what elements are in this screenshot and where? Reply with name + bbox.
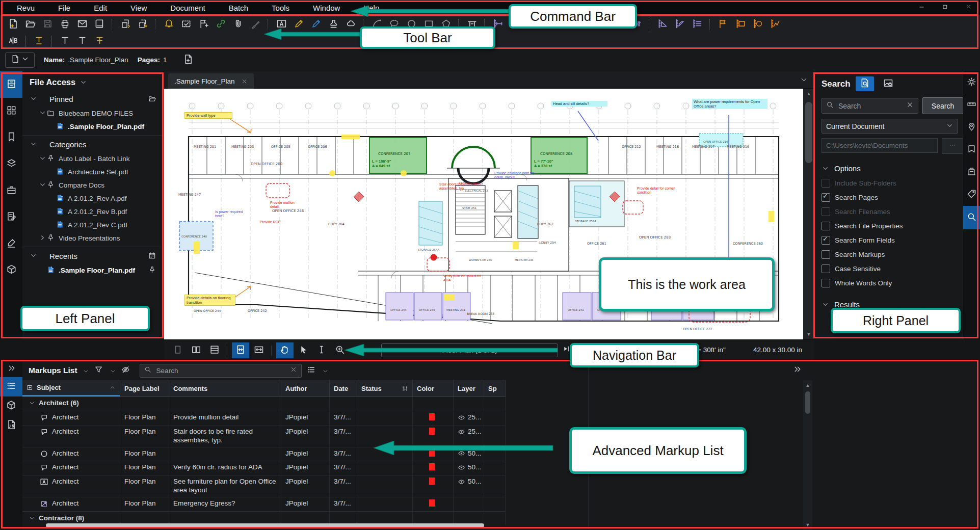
search-scope-dropdown[interactable]: Current Document [822, 119, 958, 134]
visual-search-tab[interactable] [879, 76, 897, 91]
panel-tab-button[interactable] [0, 124, 22, 151]
search-option-checkbox[interactable]: Search Form Fields [822, 233, 963, 247]
toolbar-button[interactable] [5, 34, 20, 48]
file-tree-item[interactable]: Recents [22, 247, 164, 263]
search-option-checkbox[interactable]: Search Markups [822, 247, 963, 261]
panel-tab-button[interactable] [0, 151, 22, 177]
toolbar-button[interactable] [22, 17, 38, 32]
toolbar-button[interactable] [161, 17, 176, 32]
toolbar-button[interactable] [178, 17, 194, 32]
toolbar-button[interactable] [51, 36, 52, 47]
search-input[interactable] [822, 98, 918, 114]
nav-tool-button[interactable] [250, 342, 268, 358]
markups-horizontal-scrollbar[interactable] [46, 523, 484, 527]
toolbar-button[interactable] [92, 34, 107, 48]
menu-item[interactable]: View [119, 0, 158, 15]
scroll-down-icon[interactable]: ▼ [803, 329, 814, 339]
panel-title[interactable]: File Access [22, 71, 164, 91]
file-tree-item[interactable]: .Sample Floor_Plan.pdf [22, 120, 164, 133]
toolbar-button[interactable] [25, 36, 27, 47]
menu-item[interactable]: Batch [217, 0, 260, 15]
column-layer[interactable]: Layer [454, 380, 484, 396]
markup-row[interactable]: Architect (6) [22, 396, 506, 411]
column-comments[interactable]: Comments [169, 380, 281, 396]
markup-row[interactable]: Architect Floor Plan Verify 60in clr. ra… [22, 461, 506, 475]
nav-tool-button[interactable] [206, 342, 223, 358]
scroll-up-icon[interactable]: ▲ [803, 89, 814, 99]
panel-tab-button[interactable] [0, 396, 22, 416]
toolbar-button[interactable] [230, 17, 246, 32]
column-color[interactable]: Color [413, 380, 454, 396]
file-tree-item[interactable]: A 2.01.2_Rev C.pdf [22, 218, 164, 231]
search-option-checkbox[interactable]: Include Sub-Folders [822, 176, 963, 190]
filter-icon[interactable] [94, 365, 104, 376]
nav-tool-button[interactable] [188, 342, 205, 358]
file-tree-item[interactable]: Architecture Set.pdf [22, 165, 164, 178]
file-tree-item[interactable]: Categories [22, 135, 164, 152]
toolbar-button[interactable] [750, 17, 765, 32]
panel-tab-button[interactable] [0, 177, 22, 204]
text-search-tab[interactable] [856, 76, 874, 91]
toolbar-button[interactable] [655, 17, 670, 32]
close-icon[interactable] [957, 0, 980, 15]
column-author[interactable]: Author [281, 380, 330, 396]
panel-tab-button[interactable] [0, 98, 22, 124]
panel-tab-button[interactable] [0, 230, 22, 257]
search-option-checkbox[interactable]: Search Pages [822, 190, 963, 204]
work-area-scrollbar[interactable]: ▲ ▼ [803, 89, 814, 339]
file-tree-item[interactable]: A 2.01.2_Rev B.pdf [22, 205, 164, 218]
panel-tab-button[interactable] [963, 161, 980, 183]
file-tree-item[interactable]: Video Presentations [22, 231, 164, 245]
toolbar-button[interactable] [155, 19, 156, 30]
markup-row[interactable]: Architect Floor Plan Emergency Egress? J… [22, 497, 506, 512]
file-tree-item[interactable]: Pinned [22, 91, 164, 107]
toolbar-button[interactable] [57, 34, 72, 48]
page-setup-button[interactable] [180, 52, 196, 68]
menu-item[interactable]: Edit [82, 0, 119, 15]
column-date[interactable]: Date [330, 380, 357, 396]
options-section-header[interactable]: Options [822, 164, 963, 173]
panel-tab-button[interactable] [0, 416, 22, 435]
menu-item[interactable]: Tools [260, 0, 301, 15]
panel-tab-button[interactable] [963, 206, 980, 229]
panel-tab-button[interactable] [963, 183, 980, 206]
toolbar-button[interactable] [248, 17, 263, 32]
nav-tool-button[interactable] [232, 342, 249, 358]
panel-tab-button[interactable] [963, 139, 980, 161]
nav-tool-button[interactable] [169, 342, 187, 358]
markup-row[interactable]: Architect Floor Plan Provide mullion det… [22, 411, 506, 426]
clear-search-icon[interactable] [906, 101, 914, 111]
toolbar-button[interactable] [716, 17, 731, 32]
markups-search-input[interactable] [140, 364, 302, 378]
maximize-icon[interactable] [933, 0, 957, 15]
collapse-panel-icon[interactable] [0, 361, 22, 377]
panel-tab-button[interactable] [0, 257, 22, 283]
column-page-label[interactable]: Page Label [120, 380, 169, 396]
toolbar-button[interactable] [196, 17, 211, 32]
tab-close-icon[interactable] [241, 78, 248, 85]
file-tree-item[interactable]: A 2.01.2_Rev A.pdf [22, 192, 164, 205]
document-tab[interactable]: .Sample Floor_Plan [168, 73, 254, 89]
nav-tool-button[interactable] [295, 342, 312, 358]
panel-tab-button[interactable] [963, 94, 980, 116]
toolbar-button[interactable] [135, 17, 150, 32]
column-subject[interactable]: Subject [22, 380, 120, 396]
file-tree-item[interactable]: .Sample Floor_Plan.pdf [22, 263, 164, 277]
panel-tab-button[interactable] [963, 71, 980, 94]
toolbar-button[interactable] [709, 19, 711, 30]
column-status[interactable]: Status [357, 380, 413, 396]
toolbar-button[interactable] [649, 19, 650, 30]
toolbar-button[interactable] [690, 17, 705, 32]
toolbar-button[interactable] [213, 17, 228, 32]
search-option-checkbox[interactable]: Search Filenames [822, 204, 963, 219]
toolbar-button[interactable] [672, 17, 687, 32]
menu-item[interactable]: File [46, 0, 82, 15]
document-type-dropdown[interactable] [5, 52, 35, 68]
file-tree-item[interactable]: Bluebeam DEMO FILES [22, 107, 164, 120]
expand-markups-icon[interactable] [793, 365, 803, 375]
toolbar-button[interactable] [57, 17, 72, 32]
minimize-icon[interactable] [910, 0, 933, 15]
toolbar-button[interactable] [40, 17, 55, 32]
hide-markups-icon[interactable] [121, 365, 131, 376]
panel-tab-button[interactable] [963, 116, 980, 139]
